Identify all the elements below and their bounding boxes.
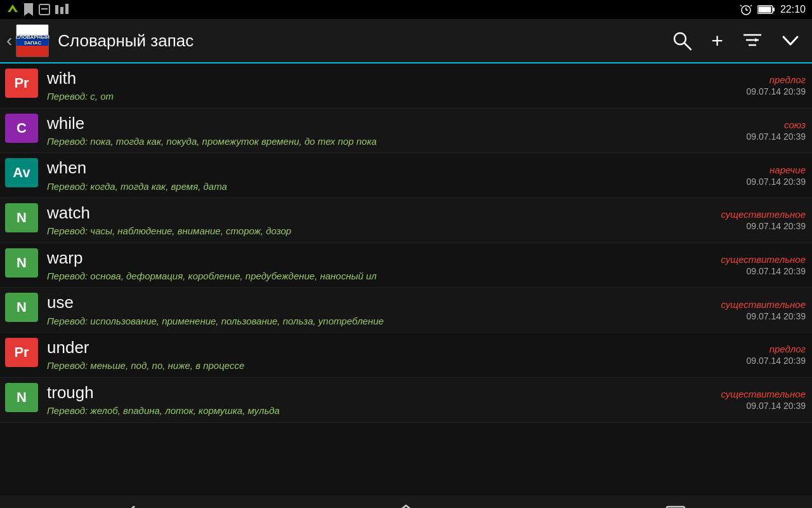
toolbar-actions: + — [672, 30, 799, 51]
word-translation: Перевод: меньше, под, по, ниже, в процес… — [47, 359, 681, 372]
word-english: under — [47, 338, 681, 358]
word-badge: N — [5, 203, 38, 232]
word-type: существительное — [721, 209, 806, 220]
word-item[interactable]: Pr with Перевод: с, от предлог 09.07.14 … — [0, 64, 812, 109]
word-badge: N — [5, 383, 38, 412]
word-date: 09.07.14 20:39 — [747, 86, 806, 97]
recent-nav-button[interactable] — [664, 504, 690, 508]
svg-rect-13 — [773, 8, 775, 11]
word-english: use — [47, 293, 681, 312]
app-logo: СЛОВАРНЫЙЗАПАС — [16, 24, 49, 57]
add-button[interactable]: + — [711, 30, 723, 51]
word-meta: существительное 09.07.14 20:39 — [685, 243, 812, 288]
word-type: существительное — [721, 254, 806, 265]
word-english: when — [47, 158, 681, 178]
word-meta: существительное 09.07.14 20:39 — [685, 198, 812, 243]
word-item[interactable]: Pr under Перевод: меньше, под, по, ниже,… — [0, 333, 812, 378]
word-content: warp Перевод: основа, деформация, коробл… — [43, 243, 685, 288]
word-meta: существительное 09.07.14 20:39 — [685, 378, 812, 422]
word-translation: Перевод: с, от — [47, 90, 681, 103]
word-translation: Перевод: желоб, впадина, лоток, кормушка… — [47, 404, 681, 417]
status-bar: 22:10 — [0, 0, 812, 19]
svg-rect-4 — [55, 5, 58, 14]
word-item[interactable]: N watch Перевод: часы, наблюдение, внима… — [0, 198, 812, 243]
word-content: use Перевод: использование, применение, … — [43, 288, 685, 332]
toolbar: ‹ СЛОВАРНЫЙЗАПАС Словарный запас + — [0, 19, 812, 64]
bookmark-icon — [23, 3, 34, 16]
word-type: союз — [784, 119, 806, 130]
home-nav-button[interactable] — [393, 503, 419, 508]
word-meta: предлог 09.07.14 20:39 — [685, 333, 812, 377]
word-english: with — [47, 69, 681, 88]
home-nav-icon — [393, 503, 419, 508]
word-badge: Pr — [5, 69, 38, 98]
word-english: while — [47, 114, 681, 133]
svg-line-10 — [740, 5, 742, 6]
word-date: 09.07.14 20:39 — [747, 311, 806, 321]
svg-line-16 — [684, 43, 691, 50]
dropdown-button[interactable] — [782, 34, 799, 47]
status-icons-right: 22:10 — [740, 3, 806, 16]
sort-button[interactable] — [742, 32, 763, 50]
word-date: 09.07.14 20:39 — [747, 356, 806, 366]
word-date: 09.07.14 20:39 — [747, 401, 806, 411]
word-meta: союз 09.07.14 20:39 — [685, 109, 812, 153]
word-badge: Av — [5, 158, 38, 187]
chevron-down-icon — [782, 34, 799, 47]
word-content: with Перевод: с, от — [43, 64, 685, 108]
word-meta: наречие 09.07.14 20:39 — [685, 153, 812, 197]
back-button[interactable]: ‹ — [6, 30, 12, 51]
back-nav-button[interactable] — [122, 504, 148, 508]
svg-line-11 — [750, 5, 752, 6]
word-translation: Перевод: часы, наблюдение, внимание, сто… — [47, 225, 681, 237]
word-item[interactable]: C while Перевод: пока, тогда как, покуда… — [0, 109, 812, 154]
word-meta: предлог 09.07.14 20:39 — [685, 64, 812, 108]
word-list: Pr with Перевод: с, от предлог 09.07.14 … — [0, 64, 812, 495]
word-content: when Перевод: когда, тогда как, время, д… — [43, 153, 685, 197]
page-title: Словарный запас — [58, 31, 672, 51]
word-badge: N — [5, 293, 38, 322]
clock-time: 22:10 — [780, 4, 806, 15]
word-content: trough Перевод: желоб, впадина, лоток, к… — [43, 378, 685, 422]
word-english: trough — [47, 383, 681, 403]
word-english: warp — [47, 248, 681, 268]
word-type: предлог — [769, 344, 806, 354]
word-date: 09.07.14 20:39 — [747, 221, 806, 231]
svg-rect-5 — [60, 7, 63, 14]
status-icons-left — [6, 3, 69, 16]
search-icon — [672, 30, 692, 51]
alarm-icon — [740, 3, 752, 16]
svg-rect-6 — [65, 4, 69, 14]
bars-icon — [55, 3, 69, 16]
word-item[interactable]: Av when Перевод: когда, тогда как, время… — [0, 153, 812, 198]
word-item[interactable]: N trough Перевод: желоб, впадина, лоток,… — [0, 378, 812, 423]
word-translation: Перевод: основа, деформация, коробление,… — [47, 270, 681, 283]
word-item[interactable]: N warp Перевод: основа, деформация, коро… — [0, 243, 812, 288]
box-icon — [38, 3, 51, 16]
word-date: 09.07.14 20:39 — [747, 177, 806, 187]
nvidia-icon — [6, 3, 19, 16]
word-translation: Перевод: пока, тогда как, покуда, промеж… — [47, 135, 681, 148]
word-date: 09.07.14 20:39 — [747, 131, 806, 142]
word-translation: Перевод: использование, применение, поль… — [47, 315, 681, 328]
word-type: предлог — [769, 74, 806, 85]
word-badge: N — [5, 248, 38, 277]
recent-nav-icon — [664, 504, 690, 508]
search-button[interactable] — [672, 30, 692, 51]
word-content: watch Перевод: часы, наблюдение, внимани… — [43, 198, 685, 243]
word-content: under Перевод: меньше, под, по, ниже, в … — [43, 333, 685, 377]
word-english: watch — [47, 203, 681, 223]
svg-rect-3 — [41, 8, 48, 10]
word-type: наречие — [769, 164, 806, 175]
word-item[interactable]: N use Перевод: использование, применение… — [0, 288, 812, 333]
word-type: существительное — [721, 299, 806, 310]
word-date: 09.07.14 20:39 — [747, 266, 806, 276]
word-meta: существительное 09.07.14 20:39 — [685, 288, 812, 332]
word-badge: C — [5, 114, 38, 143]
nav-bar — [0, 495, 812, 508]
filter-icon — [742, 32, 763, 50]
word-badge: Pr — [5, 338, 38, 367]
word-translation: Перевод: когда, тогда как, время, дата — [47, 180, 681, 193]
battery-icon — [757, 4, 775, 15]
word-content: while Перевод: пока, тогда как, покуда, … — [43, 109, 685, 153]
